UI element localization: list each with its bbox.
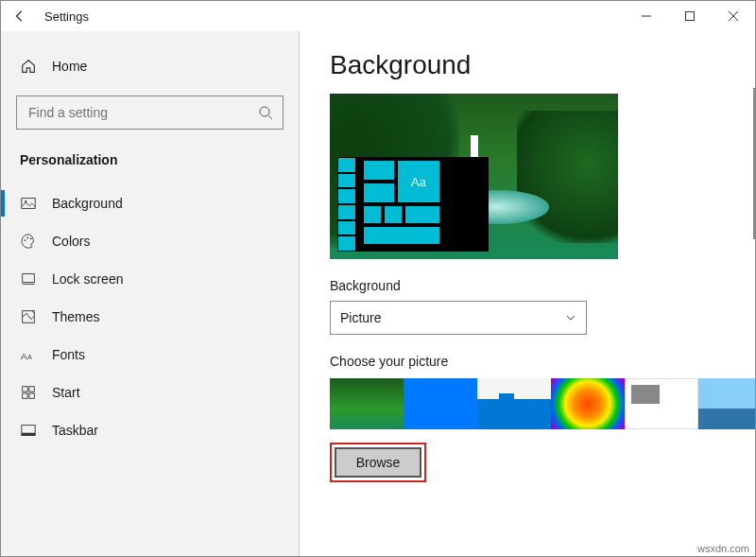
search-icon <box>258 105 273 120</box>
browse-button[interactable]: Browse <box>335 447 421 478</box>
preview-start-panel: Aa <box>337 157 489 252</box>
sidebar-item-label: Themes <box>52 309 100 324</box>
browse-label: Browse <box>356 455 401 470</box>
minimize-icon <box>642 11 651 21</box>
background-preview: Aa <box>330 94 618 259</box>
window-body: Home Personalization Background Colors L… <box>1 31 755 556</box>
minimize-button[interactable] <box>625 1 668 31</box>
sidebar-item-label: Start <box>52 385 80 400</box>
svg-rect-6 <box>22 199 35 209</box>
search-input[interactable] <box>26 104 258 121</box>
sidebar-item-label: Background <box>52 196 123 211</box>
sidebar-item-fonts[interactable]: AA Fonts <box>14 336 285 374</box>
palette-icon <box>20 233 37 250</box>
sidebar-item-start[interactable]: Start <box>14 374 285 411</box>
page-heading: Background <box>330 50 725 80</box>
picture-icon <box>20 195 37 212</box>
scrollbar[interactable] <box>753 88 755 239</box>
back-arrow-icon <box>13 9 26 23</box>
svg-rect-18 <box>23 393 27 398</box>
picture-thumb-3[interactable] <box>477 378 551 429</box>
preview-sample-tile: Aa <box>398 161 439 202</box>
close-button[interactable] <box>712 1 755 31</box>
browse-highlight: Browse <box>330 443 426 482</box>
sidebar-item-lock-screen[interactable]: Lock screen <box>14 260 285 298</box>
background-dropdown-label: Background <box>330 278 725 293</box>
settings-window: Settings Home Personalization Background <box>0 0 756 557</box>
taskbar-icon <box>20 422 37 439</box>
svg-rect-13 <box>23 311 35 323</box>
picture-thumb-4[interactable] <box>551 378 625 429</box>
sidebar-item-background[interactable]: Background <box>14 184 285 222</box>
svg-rect-16 <box>23 387 27 392</box>
sidebar-item-label: Colors <box>52 234 90 249</box>
sidebar-item-themes[interactable]: Themes <box>14 298 285 336</box>
sidebar-item-colors[interactable]: Colors <box>14 222 285 260</box>
sidebar: Home Personalization Background Colors L… <box>1 31 300 556</box>
start-icon <box>20 384 37 401</box>
svg-line-5 <box>268 115 272 119</box>
themes-icon <box>20 308 37 325</box>
home-icon <box>20 58 37 75</box>
svg-point-9 <box>26 237 28 239</box>
sidebar-item-label: Lock screen <box>52 271 123 287</box>
svg-point-10 <box>30 237 32 239</box>
lock-screen-icon <box>20 270 37 287</box>
svg-text:A: A <box>21 351 27 361</box>
fonts-icon: AA <box>20 346 37 363</box>
svg-text:A: A <box>27 353 32 361</box>
section-header: Personalization <box>14 147 285 184</box>
search-box[interactable] <box>16 96 284 130</box>
svg-point-8 <box>25 239 26 241</box>
choose-picture-label: Choose your picture <box>330 354 725 369</box>
picture-thumb-5[interactable] <box>625 378 698 429</box>
close-icon <box>729 11 738 21</box>
sidebar-item-taskbar[interactable]: Taskbar <box>14 411 285 449</box>
title-bar: Settings <box>1 1 755 31</box>
svg-rect-1 <box>686 12 695 21</box>
content-area: Background Aa Backg <box>300 31 755 556</box>
svg-rect-17 <box>29 387 34 392</box>
sidebar-item-label: Taskbar <box>52 423 98 438</box>
svg-point-4 <box>260 107 269 116</box>
background-dropdown[interactable]: Picture <box>330 301 587 335</box>
svg-rect-19 <box>29 393 34 398</box>
picture-thumb-6[interactable] <box>698 378 755 429</box>
window-controls <box>625 1 755 31</box>
window-title: Settings <box>44 9 89 24</box>
sidebar-item-label: Fonts <box>52 347 85 362</box>
dropdown-value: Picture <box>340 310 382 325</box>
picture-thumb-1[interactable] <box>330 378 404 429</box>
maximize-icon <box>685 11 695 21</box>
picture-thumbnails <box>330 378 725 429</box>
svg-rect-11 <box>23 274 35 283</box>
chevron-down-icon <box>565 312 576 323</box>
maximize-button[interactable] <box>668 1 712 31</box>
picture-thumb-2[interactable] <box>404 378 477 429</box>
back-button[interactable] <box>9 5 31 27</box>
footer-watermark: wsxdn.com <box>697 543 749 554</box>
home-label: Home <box>52 59 87 74</box>
svg-point-7 <box>25 200 26 202</box>
svg-rect-21 <box>22 433 35 436</box>
home-nav[interactable]: Home <box>14 50 285 82</box>
